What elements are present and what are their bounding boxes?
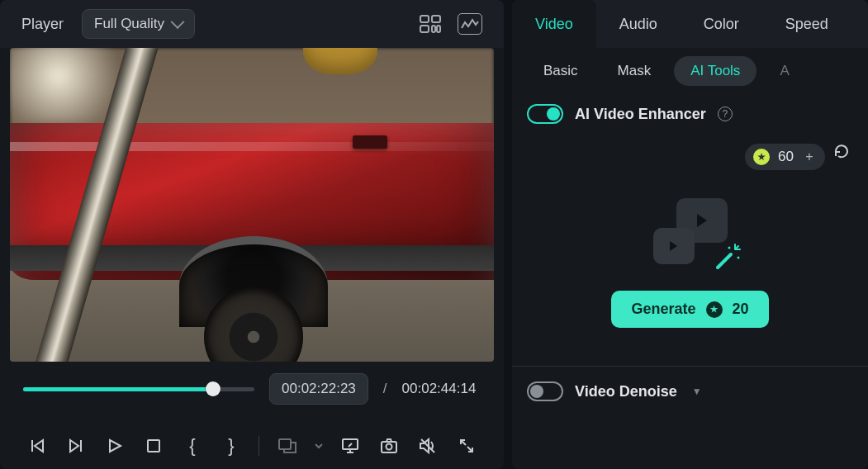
- seek-bar[interactable]: [23, 381, 254, 397]
- seek-fill: [23, 387, 213, 391]
- layout-grid-icon[interactable]: [416, 12, 444, 36]
- ai-enhancer-toggle[interactable]: [527, 104, 563, 124]
- tab-color[interactable]: Color: [681, 0, 762, 48]
- svg-point-9: [386, 444, 391, 450]
- player-panel: Player Full Quality: [0, 0, 504, 469]
- svg-point-11: [728, 247, 730, 249]
- refresh-icon[interactable]: [833, 144, 850, 170]
- time-separator: /: [383, 381, 387, 397]
- svg-rect-3: [432, 26, 435, 32]
- player-title: Player: [21, 16, 64, 33]
- credits-chip[interactable]: 60 +: [745, 144, 825, 170]
- svg-rect-2: [420, 26, 429, 32]
- svg-rect-0: [420, 16, 429, 22]
- display-settings-button[interactable]: [335, 431, 364, 461]
- ai-enhancer-header: AI Video Enhancer ?: [527, 94, 853, 134]
- seek-thumb[interactable]: [206, 381, 221, 396]
- scopes-icon[interactable]: [458, 13, 482, 35]
- inspector-sub-tabs: Basic Mask AI Tools A: [512, 48, 868, 94]
- quality-dropdown[interactable]: Full Quality: [82, 9, 195, 39]
- mark-in-button[interactable]: {: [178, 431, 207, 461]
- video-denoise-header: Video Denoise ▼: [527, 367, 853, 411]
- add-credits-button[interactable]: +: [802, 149, 817, 164]
- svg-rect-1: [432, 16, 440, 22]
- svg-rect-4: [437, 26, 440, 32]
- quality-selected-label: Full Quality: [94, 16, 164, 32]
- tab-speed[interactable]: Speed: [762, 0, 851, 48]
- control-divider: [259, 436, 259, 456]
- video-denoise-toggle[interactable]: [527, 381, 563, 401]
- subtab-mask[interactable]: Mask: [601, 56, 668, 86]
- tab-video[interactable]: Video: [512, 0, 596, 48]
- fullscreen-button[interactable]: [452, 431, 481, 461]
- coin-icon: [753, 149, 770, 165]
- prev-frame-button[interactable]: [23, 431, 52, 461]
- generate-button[interactable]: Generate 20: [611, 291, 768, 328]
- svg-point-10: [737, 257, 739, 259]
- next-frame-button[interactable]: [62, 431, 91, 461]
- player-topbar: Player Full Quality: [0, 0, 504, 48]
- enhancer-illustration: [527, 175, 853, 276]
- generate-cost: 20: [733, 301, 749, 318]
- subtab-ai-tools[interactable]: AI Tools: [674, 56, 757, 86]
- tab-audio[interactable]: Audio: [596, 0, 681, 48]
- sparkle-wand-icon: [713, 243, 742, 276]
- subtab-basic[interactable]: Basic: [527, 56, 595, 86]
- subtab-more[interactable]: A: [763, 56, 805, 86]
- credits-bar: 60 +: [527, 134, 853, 175]
- play-button[interactable]: [101, 431, 130, 461]
- current-time[interactable]: 00:02:22:23: [269, 373, 368, 405]
- inspector-main-tabs: Video Audio Color Speed: [512, 0, 868, 48]
- crop-fit-more-button[interactable]: [311, 431, 325, 461]
- video-preview[interactable]: [10, 48, 494, 362]
- video-denoise-title: Video Denoise: [575, 383, 677, 400]
- mute-button[interactable]: [413, 431, 442, 461]
- total-time: 00:02:44:14: [402, 381, 477, 397]
- snapshot-button[interactable]: [374, 431, 403, 461]
- mark-out-button[interactable]: }: [216, 431, 245, 461]
- credits-value: 60: [778, 149, 794, 165]
- player-controls: 00:02:22:23 / 00:02:44:14 { }: [0, 362, 504, 469]
- chevron-down-icon[interactable]: ▼: [692, 386, 702, 397]
- illustration-thumb-small: [653, 228, 695, 264]
- svg-rect-6: [279, 439, 291, 449]
- ai-enhancer-title: AI Video Enhancer: [575, 106, 706, 123]
- crop-fit-button[interactable]: [273, 431, 301, 461]
- svg-rect-5: [148, 440, 159, 452]
- inspector-panel: Video Audio Color Speed Basic Mask AI To…: [512, 0, 868, 469]
- stop-button[interactable]: [140, 431, 168, 461]
- help-icon[interactable]: ?: [718, 107, 733, 121]
- generate-coin-icon: [706, 301, 723, 318]
- generate-label: Generate: [631, 301, 695, 318]
